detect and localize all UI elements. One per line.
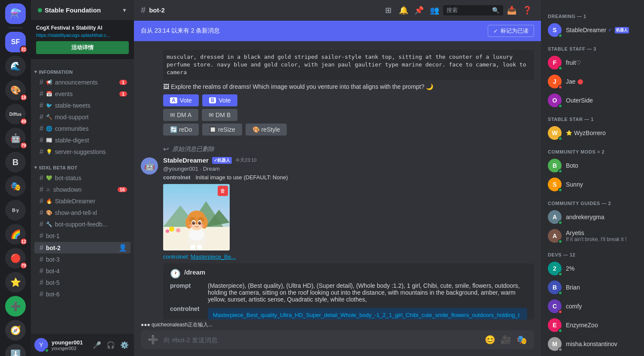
main-content: # bot-2 ⊞ 🔔 📌 👥 🔍 📥 ❓ 自从 23:14 以来有 2 条新消… xyxy=(134,0,541,356)
member-2percent[interactable]: 2 2% xyxy=(544,259,641,278)
server-icon-6[interactable]: B·y xyxy=(5,200,26,220)
message-input-field[interactable] xyxy=(164,336,480,344)
message-text: muscular, dressed in a black and gold st… xyxy=(163,50,534,80)
status-indicator xyxy=(558,188,562,192)
resize-button[interactable]: 🔲 reSize xyxy=(202,124,242,136)
channel-pantheon[interactable]: # 🔥 StableDreamer xyxy=(34,196,131,207)
command-name: /dream xyxy=(184,269,205,276)
channel-stable-tweets[interactable]: # 🐦 stable-tweets xyxy=(34,100,131,111)
server-header[interactable]: Stable Foundation ▼ xyxy=(31,0,134,21)
channel-bot-support-feedback[interactable]: # 🔧 bot-support-feedb... xyxy=(34,219,131,230)
help-button[interactable]: ❓ xyxy=(520,3,534,17)
member-name-comfy: comfy xyxy=(566,303,637,310)
channel-bot-status[interactable]: # 💚 bot-status xyxy=(34,172,131,184)
channel-bot-1[interactable]: # bot-1 xyxy=(34,230,131,241)
mute-button[interactable]: 🎤 xyxy=(91,339,103,351)
message-timestamp: 今天23:10 xyxy=(235,157,257,163)
settings-button[interactable]: ⚙️ xyxy=(118,339,131,351)
server-icon-9[interactable]: ⭐ xyxy=(5,272,26,293)
server-icon-7[interactable]: 🌈 12 xyxy=(5,224,26,244)
notifications-button[interactable]: 🔔 xyxy=(397,3,410,17)
server-icon-3[interactable]: 🎨 18 xyxy=(5,80,26,100)
member-aryetis[interactable]: A Aryetis If it ain't broke, I'll break … xyxy=(544,226,641,245)
vote-b-button[interactable]: B Vote xyxy=(202,94,238,106)
threads-button[interactable]: ⊞ xyxy=(381,3,395,17)
avatar-jae: J xyxy=(548,75,562,88)
gif-button[interactable]: 🎥 xyxy=(501,335,511,345)
server-icon-8[interactable]: 🔴 79 xyxy=(5,248,26,269)
channel-communities[interactable]: # 🌐 communities xyxy=(34,123,131,134)
avatar: Y xyxy=(34,338,48,352)
image-delete-button[interactable]: 🗑 xyxy=(218,186,228,196)
channel-bot-6[interactable]: # bot-6 xyxy=(34,289,131,300)
server-icon-diffus[interactable]: Diffus 49 xyxy=(5,104,26,124)
svg-rect-25 xyxy=(197,245,202,250)
channel-show-and-tell-xl[interactable]: # 🎨 show-and-tell-xl xyxy=(34,207,131,218)
members-button[interactable]: 👥 xyxy=(428,3,441,17)
member-misha[interactable]: M misha.konstantinov xyxy=(544,335,641,353)
search-bar[interactable]: 🔍 xyxy=(443,5,503,15)
event-link[interactable]: https://stabilityaicogx.splashthat.c... xyxy=(36,33,129,38)
channel-announcements[interactable]: # 📢 announcements 1 xyxy=(34,77,131,88)
member-fruit[interactable]: F fruit♡ xyxy=(544,53,641,72)
server-icon-2[interactable]: 🌊 xyxy=(5,56,26,76)
server-divider xyxy=(9,27,22,28)
channel-events[interactable]: # 📅 events 1 xyxy=(34,88,131,100)
server-icon-compass[interactable]: 🧭 xyxy=(5,320,26,341)
controlnet-file-link[interactable]: Masterpiece_Best_quality_Ultra_HD_Super_… xyxy=(213,312,519,320)
mark-read-button[interactable]: ✓ 标记为已读 xyxy=(488,25,534,37)
controlnet-param-label: controlnet xyxy=(170,305,204,312)
server-icon-b[interactable]: B xyxy=(5,152,26,172)
prompt-value: (Masterpiece), (Best quality), (Ultra HD… xyxy=(208,282,527,303)
member-stabledreamer[interactable]: S StableDreamer ✓ 机器人 xyxy=(544,21,641,39)
member-outerside[interactable]: O OuterSide xyxy=(544,91,641,110)
member-boto[interactable]: B Boto xyxy=(544,156,641,175)
sticker-button[interactable]: 🎭 xyxy=(516,335,527,345)
channel-mod-support[interactable]: # 🔨 mod-support xyxy=(34,112,131,123)
server-icon-10[interactable]: ➕ xyxy=(5,296,26,317)
home-server-icon[interactable]: ⚗️ xyxy=(5,3,26,24)
category-information[interactable]: ▾ INFORMATION xyxy=(31,62,134,76)
status-indicator xyxy=(558,272,562,276)
member-comfy[interactable]: C comfy xyxy=(544,297,641,316)
dm-a-button[interactable]: ✉ DM A xyxy=(163,109,198,121)
channel-showdown[interactable]: # ⚔ showdown 16 xyxy=(34,184,131,195)
restyle-button[interactable]: 🎨 reStyle xyxy=(246,124,287,136)
server-icon-1[interactable]: SF 31 xyxy=(5,32,26,52)
category-sdxl-beta-bot[interactable]: ▾ SDXL BETA BOT xyxy=(31,158,134,172)
member-sunny[interactable]: S Sunny xyxy=(544,175,641,194)
search-input[interactable] xyxy=(447,7,489,13)
avatar-wyzborrero: W xyxy=(548,126,562,140)
emoji-button[interactable]: 😊 xyxy=(485,335,495,345)
channel-bot-3[interactable]: # bot-3 xyxy=(34,254,131,265)
channel-bot-5[interactable]: # bot-5 xyxy=(34,277,131,288)
channel-server-suggestions[interactable]: # 💡 server-suggestions xyxy=(34,146,131,157)
category-stable-staff: STABLE STAFF — 3 xyxy=(544,43,641,53)
user-controls: 🎤 🎧 ⚙️ xyxy=(91,339,131,351)
channel-bot-4[interactable]: # bot-4 xyxy=(34,265,131,277)
member-andrekerygma[interactable]: A andrekerygma xyxy=(544,208,641,226)
member-jae[interactable]: J Jae ⬤ xyxy=(544,72,641,91)
messages-area[interactable]: muscular, dressed in a black and gold st… xyxy=(134,41,541,320)
member-enzymezoo[interactable]: E EnzymeZoo xyxy=(544,316,641,335)
event-details-button[interactable]: 活动详情 xyxy=(36,41,129,54)
dm-b-button[interactable]: ✉ DM B xyxy=(202,109,237,121)
vote-a-button[interactable]: A Vote xyxy=(163,94,199,106)
member-brian[interactable]: B Brian xyxy=(544,278,641,297)
member-wyzborrero[interactable]: W ⭐ WyzBorrero xyxy=(544,124,641,142)
server-icon-5[interactable]: 🎭 xyxy=(5,176,26,196)
svg-point-20 xyxy=(194,222,194,223)
deafen-button[interactable]: 🎧 xyxy=(105,339,117,351)
redo-button[interactable]: 🔄 reDo xyxy=(163,124,199,136)
add-attachment-button[interactable]: ➕ xyxy=(148,335,158,345)
channel-bot-2[interactable]: # bot-2 👤 xyxy=(34,242,131,253)
controlnet-field-1: controlnet Initial image to use (DEFAULT… xyxy=(163,174,534,181)
channel-stable-digest[interactable]: # 📰 stable-digest xyxy=(34,135,131,146)
member-name-aryetis: Aryetis xyxy=(566,229,626,236)
inbox-button[interactable]: 📥 xyxy=(505,3,519,17)
controlnet-image-link[interactable]: Masterpiece_Be... xyxy=(191,253,236,260)
server-icon-download[interactable]: ⬇️ xyxy=(5,344,26,356)
channels-container: ▾ INFORMATION # 📢 announcements 1 # 📅 ev… xyxy=(31,59,134,334)
pins-button[interactable]: 📌 xyxy=(412,3,426,17)
server-icon-4[interactable]: 🤖 79 xyxy=(5,128,26,148)
